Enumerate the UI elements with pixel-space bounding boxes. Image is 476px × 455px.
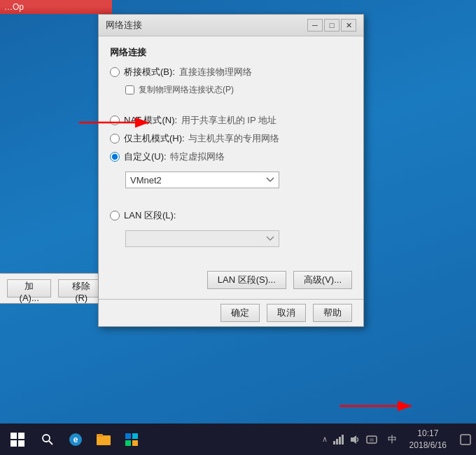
- store-icon[interactable]: [119, 424, 144, 455]
- annotation-arrow-2: [336, 396, 420, 419]
- host-only-label: 仅主机模式(H): 与主机共享的专用网络: [124, 132, 279, 145]
- cancel-button[interactable]: 取消: [267, 304, 306, 322]
- section-title: 网络连接: [110, 46, 352, 59]
- system-tray: ∧: [316, 424, 384, 455]
- lan-label: LAN 区段(L):: [124, 209, 176, 222]
- network-tray-icon[interactable]: [330, 424, 346, 455]
- svg-rect-21: [342, 435, 344, 444]
- desktop: …Op 加(A)... 移除(R) 网络连接 ─ □ ✕ 网络连接: [0, 0, 476, 455]
- svg-rect-6: [10, 440, 17, 447]
- nat-option: NAT 模式(N): 用于共享主机的 IP 地址: [110, 114, 352, 127]
- svg-rect-4: [10, 433, 17, 439]
- host-only-option: 仅主机模式(H): 与主机共享的专用网络: [110, 132, 352, 145]
- language-indicator[interactable]: 中: [384, 424, 401, 455]
- svg-rect-15: [132, 433, 138, 439]
- custom-network-dropdown[interactable]: VMnet2 VMnet0 VMnet1 VMnet3 VMnet4: [125, 172, 279, 188]
- replicate-option: 复制物理网络连接状态(P): [125, 84, 352, 96]
- lan-segments-button[interactable]: LAN 区段(S)...: [207, 271, 286, 289]
- svg-marker-22: [351, 435, 356, 444]
- taskbar-clock[interactable]: 10:17 2018/6/16: [401, 424, 455, 455]
- advanced-button[interactable]: 高级(V)...: [293, 271, 352, 289]
- file-explorer-icon[interactable]: [91, 424, 116, 455]
- lan-radio[interactable]: [110, 211, 120, 220]
- search-button[interactable]: [35, 424, 60, 455]
- edge-icon[interactable]: e: [63, 424, 88, 455]
- close-button[interactable]: ✕: [341, 19, 356, 31]
- message-tray-icon[interactable]: ✉: [364, 424, 379, 455]
- svg-line-9: [49, 441, 52, 444]
- volume-tray-icon[interactable]: [347, 424, 363, 455]
- lan-dropdown: [125, 230, 279, 247]
- maximize-button[interactable]: □: [324, 19, 340, 31]
- tray-chevron[interactable]: ∧: [321, 435, 329, 444]
- svg-rect-17: [132, 440, 138, 446]
- custom-label: 自定义(U): 特定虚拟网络: [124, 150, 225, 163]
- svg-rect-13: [97, 434, 103, 437]
- svg-rect-5: [18, 433, 24, 439]
- taskbar-app-icons: e: [60, 424, 147, 455]
- left-partial-window: 加(A)... 移除(R): [0, 273, 112, 304]
- help-button[interactable]: 帮助: [313, 304, 352, 322]
- taskbar-right: ∧: [316, 424, 476, 455]
- svg-rect-20: [339, 437, 341, 444]
- partial-window-title: …Op: [0, 0, 112, 14]
- custom-option: 自定义(U): 特定虚拟网络: [110, 150, 352, 163]
- taskbar: e ∧: [0, 424, 476, 455]
- nat-label: NAT 模式(N): 用于共享主机的 IP 地址: [124, 114, 276, 127]
- dialog-body: 网络连接 桥接模式(B): 直接连接物理网络 复制物理网络连接状态(P): [99, 36, 363, 299]
- dialog-footer: 确定 取消 帮助: [99, 299, 363, 326]
- custom-radio[interactable]: [110, 152, 120, 162]
- bridge-radio[interactable]: [110, 67, 120, 77]
- dialog-title: 网络连接: [106, 19, 142, 31]
- lan-dropdown-wrapper: [125, 230, 352, 247]
- svg-rect-12: [97, 435, 111, 445]
- bridge-label: 桥接模式(B): 直接连接物理网络: [124, 66, 252, 78]
- lan-option: LAN 区段(L):: [110, 209, 352, 222]
- svg-rect-14: [125, 433, 131, 439]
- add-button[interactable]: 加(A)...: [7, 279, 51, 298]
- ok-button[interactable]: 确定: [220, 304, 260, 322]
- replicate-label: 复制物理网络连接状态(P): [139, 84, 234, 96]
- svg-rect-18: [333, 441, 335, 444]
- dialog-controls: ─ □ ✕: [307, 19, 356, 31]
- svg-point-8: [43, 435, 50, 442]
- network-connection-dialog: 网络连接 ─ □ ✕ 网络连接 桥接模式(B): 直接连接物理网络: [98, 14, 364, 327]
- replicate-checkbox[interactable]: [125, 85, 134, 94]
- svg-rect-16: [125, 440, 131, 446]
- minimize-button[interactable]: ─: [307, 19, 323, 31]
- svg-text:e: e: [74, 435, 78, 444]
- custom-network-dropdown-wrapper: VMnet2 VMnet0 VMnet1 VMnet3 VMnet4: [125, 172, 352, 188]
- nat-radio[interactable]: [110, 115, 120, 125]
- svg-rect-19: [336, 439, 338, 444]
- start-button[interactable]: [0, 424, 35, 455]
- bridge-option: 桥接模式(B): 直接连接物理网络: [110, 66, 352, 78]
- svg-text:✉: ✉: [370, 438, 374, 442]
- notification-button[interactable]: [455, 424, 476, 455]
- radio-group: 桥接模式(B): 直接连接物理网络 复制物理网络连接状态(P) NAT 模式(N…: [110, 66, 352, 250]
- host-only-radio[interactable]: [110, 134, 120, 144]
- svg-rect-25: [461, 435, 470, 444]
- dialog-titlebar: 网络连接 ─ □ ✕: [99, 15, 363, 36]
- svg-rect-7: [18, 440, 24, 447]
